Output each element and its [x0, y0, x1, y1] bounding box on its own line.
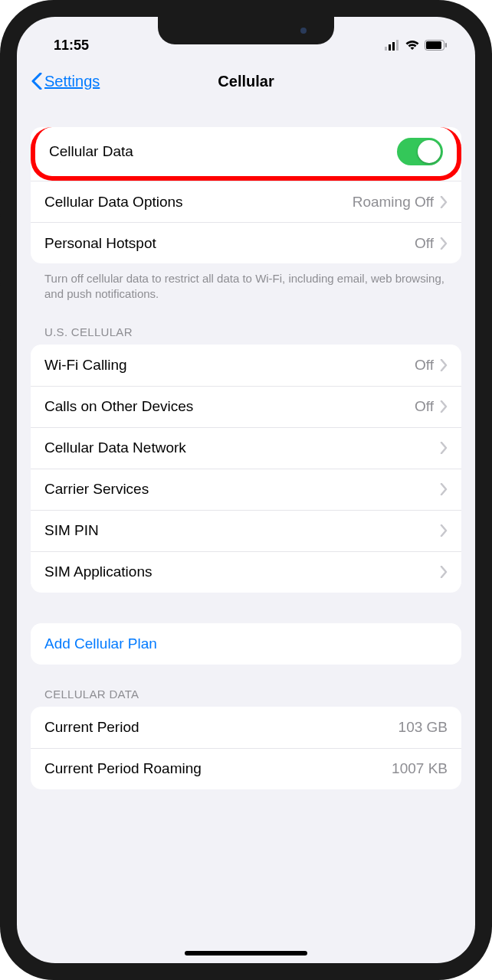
- back-button[interactable]: Settings: [31, 73, 100, 90]
- chevron-right-icon: [440, 196, 448, 208]
- row-label: Add Cellular Plan: [44, 635, 448, 652]
- row-value: Off: [415, 357, 434, 374]
- row-value: Roaming Off: [353, 194, 434, 211]
- row-carrier-services[interactable]: Carrier Services: [31, 469, 461, 510]
- group-header: U.S. CELLULAR: [31, 302, 461, 345]
- row-label: Current Period Roaming: [44, 760, 392, 777]
- chevron-right-icon: [440, 524, 448, 537]
- settings-group-carrier: Wi-Fi Calling Off Calls on Other Devices…: [31, 345, 461, 593]
- svg-rect-6: [445, 43, 447, 47]
- svg-rect-1: [389, 44, 391, 51]
- row-label: Wi-Fi Calling: [44, 357, 415, 374]
- settings-group-data-usage: Current Period 103 GB Current Period Roa…: [31, 707, 461, 789]
- row-sim-applications[interactable]: SIM Applications: [31, 551, 461, 593]
- settings-group-cellular: Cellular Data Cellular Data Options Roam…: [31, 127, 461, 263]
- row-value: Off: [415, 235, 434, 252]
- row-current-period-roaming[interactable]: Current Period Roaming 1007 KB: [31, 748, 461, 789]
- page-title: Cellular: [218, 73, 274, 90]
- row-label: Cellular Data: [49, 143, 397, 160]
- status-time: 11:55: [54, 38, 89, 54]
- row-label: Current Period: [44, 719, 399, 736]
- row-wifi-calling[interactable]: Wi-Fi Calling Off: [31, 345, 461, 386]
- chevron-right-icon: [440, 442, 448, 454]
- chevron-right-icon: [440, 237, 448, 250]
- row-label: Personal Hotspot: [44, 235, 415, 252]
- row-value: 103 GB: [399, 719, 448, 736]
- svg-rect-2: [392, 42, 395, 51]
- row-sim-pin[interactable]: SIM PIN: [31, 510, 461, 551]
- chevron-left-icon: [31, 73, 43, 90]
- chevron-right-icon: [440, 483, 448, 495]
- svg-rect-5: [426, 41, 441, 49]
- row-cellular-data[interactable]: Cellular Data: [31, 127, 461, 181]
- row-personal-hotspot[interactable]: Personal Hotspot Off: [31, 222, 461, 263]
- row-label: Carrier Services: [44, 481, 434, 498]
- home-indicator[interactable]: [185, 951, 307, 956]
- settings-group-add-plan: Add Cellular Plan: [31, 623, 461, 665]
- row-label: Cellular Data Options: [44, 194, 353, 211]
- row-cellular-data-network[interactable]: Cellular Data Network: [31, 427, 461, 469]
- row-label: Calls on Other Devices: [44, 398, 415, 415]
- notch: [158, 17, 334, 44]
- row-cellular-data-options[interactable]: Cellular Data Options Roaming Off: [31, 181, 461, 222]
- back-label: Settings: [44, 73, 100, 90]
- row-current-period[interactable]: Current Period 103 GB: [31, 707, 461, 748]
- chevron-right-icon: [440, 359, 448, 371]
- chevron-right-icon: [440, 566, 448, 578]
- cellular-data-toggle[interactable]: [397, 138, 443, 165]
- row-value: 1007 KB: [392, 760, 448, 777]
- group-header: CELLULAR DATA: [31, 665, 461, 707]
- cellular-signal-icon: [385, 40, 400, 51]
- group-footer: Turn off cellular data to restrict all d…: [31, 263, 461, 302]
- nav-bar: Settings Cellular: [17, 60, 475, 103]
- row-calls-other-devices[interactable]: Calls on Other Devices Off: [31, 386, 461, 427]
- svg-rect-3: [396, 40, 399, 51]
- row-label: SIM Applications: [44, 564, 434, 580]
- row-value: Off: [415, 398, 434, 415]
- wifi-icon: [405, 40, 420, 51]
- row-add-cellular-plan[interactable]: Add Cellular Plan: [31, 623, 461, 665]
- battery-icon: [425, 40, 448, 51]
- row-label: SIM PIN: [44, 522, 434, 539]
- svg-rect-0: [385, 47, 387, 51]
- row-label: Cellular Data Network: [44, 439, 434, 456]
- chevron-right-icon: [440, 400, 448, 413]
